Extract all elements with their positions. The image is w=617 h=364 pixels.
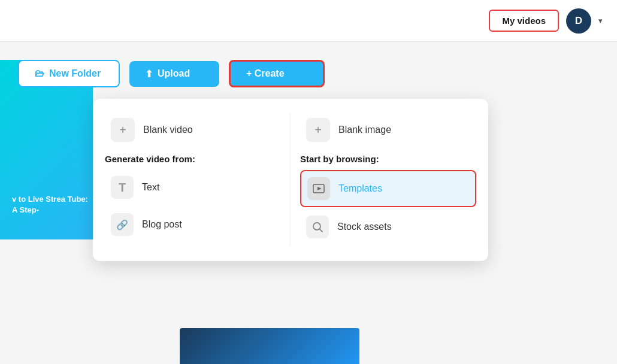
dropdown-left-col: + Blank video Generate video from: T Tex… [105,113,291,247]
blank-image-item[interactable]: + Blank image [300,113,476,147]
create-label: + Create [246,68,285,79]
new-folder-label: New Folder [49,68,101,79]
chevron-down-icon[interactable]: ▾ [598,16,603,25]
templates-label: Templates [338,183,382,194]
text-item[interactable]: T Text [105,170,280,205]
blog-post-icon: 🔗 [111,213,134,236]
stock-assets-icon [306,216,329,238]
blank-image-icon: + [306,118,330,142]
blog-post-label: Blog post [142,219,182,230]
blank-video-item[interactable]: + Blank video [105,113,280,147]
svg-line-3 [320,229,323,232]
background-text: v to Live Strea Tube: A Step- [12,194,93,216]
avatar: D [566,8,591,34]
blank-video-icon: + [111,118,135,142]
main-area: 🗁 New Folder ⬆ Upload + Create + Blank v… [0,42,617,87]
folder-icon: 🗁 [35,68,44,79]
templates-icon [307,177,330,200]
action-buttons-row: 🗁 New Folder ⬆ Upload + Create [18,60,599,87]
dropdown-grid: + Blank video Generate video from: T Tex… [105,113,476,247]
blank-image-label: Blank image [338,125,391,135]
text-label: Text [142,182,159,193]
dropdown-right-col: + Blank image Start by browsing: Templat… [291,113,476,247]
create-dropdown: + Blank video Generate video from: T Tex… [93,99,488,261]
create-button[interactable]: + Create [229,60,325,87]
blank-video-label: Blank video [143,125,193,135]
bottom-thumbnail [180,328,359,364]
browse-section-title: Start by browsing: [300,154,476,164]
stock-assets-item[interactable]: Stock assets [300,210,476,244]
upload-label: Upload [158,68,190,79]
templates-item[interactable]: Templates [300,170,476,207]
text-icon: T [111,176,134,199]
my-videos-button[interactable]: My videos [489,10,559,32]
upload-button[interactable]: ⬆ Upload [129,61,219,87]
upload-icon: ⬆ [145,68,153,80]
header: My videos D ▾ [0,0,617,42]
new-folder-button[interactable]: 🗁 New Folder [18,60,120,87]
generate-section-title: Generate video from: [105,154,280,164]
blog-post-item[interactable]: 🔗 Blog post [105,207,280,242]
stock-assets-label: Stock assets [337,222,392,232]
